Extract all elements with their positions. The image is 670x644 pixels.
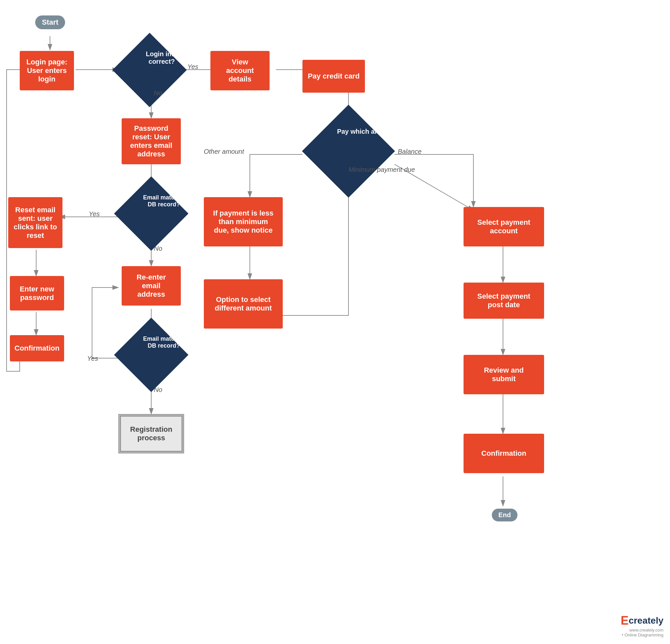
email-matches-2-label: Email matches DB record?: [137, 334, 190, 351]
balance-label: Balance: [398, 148, 421, 155]
watermark-creately: creately: [629, 615, 664, 626]
view-account-node: View account details: [211, 51, 270, 90]
start-node: Start: [26, 13, 74, 31]
pay-which-amount-label: Pay which amount?: [335, 126, 401, 137]
registration-process-node: Registration process: [118, 414, 184, 453]
select-payment-post-date-node: Select payment post date: [464, 283, 544, 319]
watermark: E creately www.creately.com • Online Dia…: [621, 614, 664, 638]
select-payment-account-node: Select payment account: [464, 207, 544, 246]
re-enter-email-node: Re-enter email address: [122, 266, 181, 305]
if-payment-less-node: If payment is less than minimum due, sho…: [204, 197, 283, 246]
email-matches-1-diamond: Email matches DB record?: [115, 184, 187, 243]
min-payment-label: Minimum payment due: [348, 166, 415, 174]
pay-credit-card-node: Pay credit card: [303, 60, 365, 93]
enter-new-password-node: Enter new password: [10, 276, 64, 311]
yes2-label: Yes: [89, 210, 99, 218]
yes3-label: Yes: [87, 355, 98, 362]
no3-label: No: [154, 386, 162, 394]
confirmation-left-node: Confirmation: [10, 335, 64, 361]
watermark-e: E: [621, 614, 629, 628]
option-select-amount-node: Option to select different amount: [204, 279, 283, 329]
arrows-svg: [0, 0, 670, 644]
login-correct-label: Login info correct?: [135, 49, 188, 67]
yes1-label: Yes: [187, 63, 198, 71]
registration-process-label: Registration process: [118, 414, 184, 453]
watermark-url: www.creately.com: [629, 628, 664, 632]
reset-email-sent-node: Reset email sent: user clicks link to re…: [8, 197, 63, 248]
password-reset-node: Password reset: User enters email addres…: [122, 118, 181, 164]
end-label: End: [492, 509, 518, 521]
pay-which-amount-diamond: Pay which amount?: [299, 115, 398, 187]
end-node: End: [482, 506, 528, 524]
watermark-tagline: • Online Diagramming: [622, 632, 664, 638]
login-correct-diamond: Login info correct?: [112, 43, 187, 97]
login-page-node: Login page: User enters login: [20, 51, 74, 90]
email-matches-1-label: Email matches DB record?: [137, 193, 190, 210]
other-amount-label: Other amount: [204, 148, 244, 155]
diagram: Start Login page: User enters login Logi…: [0, 0, 670, 644]
no1-label: No: [154, 90, 162, 97]
confirmation-right-node: Confirmation: [464, 434, 544, 473]
review-submit-node: Review and submit: [464, 355, 544, 394]
start-label: Start: [35, 15, 65, 29]
email-matches-2-diamond: Email matches DB record?: [115, 325, 187, 384]
no2-label: No: [154, 245, 162, 252]
